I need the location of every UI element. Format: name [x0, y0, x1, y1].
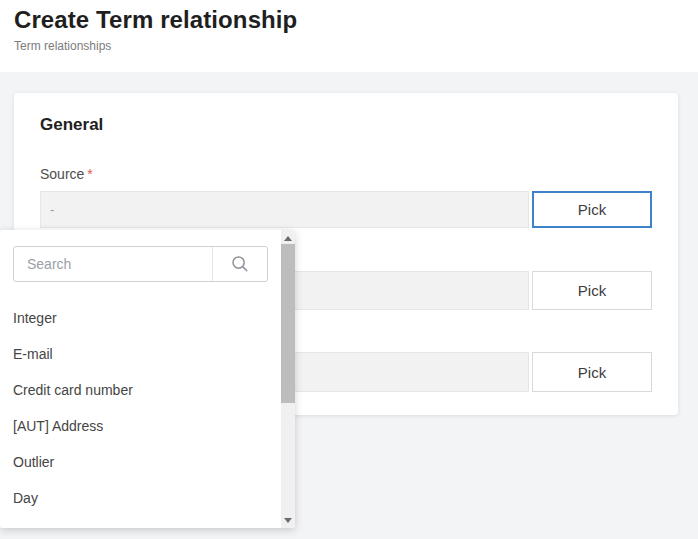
term-item-email[interactable]: E-mail — [0, 336, 281, 372]
term-item-credit-card[interactable]: Credit card number — [0, 372, 281, 408]
page-title: Create Term relationship — [14, 6, 297, 34]
term-list: Integer E-mail Credit card number [AUT] … — [0, 300, 281, 516]
pick-button-source[interactable]: Pick — [532, 191, 652, 228]
search-icon — [230, 254, 250, 274]
search-input[interactable] — [14, 247, 212, 281]
term-picker-dropdown: Integer E-mail Credit card number [AUT] … — [0, 230, 295, 528]
source-value-field: - — [40, 191, 529, 228]
scroll-down-button[interactable] — [281, 512, 295, 528]
term-item-aut-address[interactable]: [AUT] Address — [0, 408, 281, 444]
section-title: General — [40, 115, 103, 135]
required-asterisk: * — [87, 166, 92, 182]
triangle-down-icon — [284, 518, 292, 523]
source-label: Source* — [40, 166, 93, 182]
triangle-up-icon — [284, 236, 292, 241]
screen: Create Term relationship Term relationsh… — [0, 0, 698, 539]
scrollbar-thumb[interactable] — [281, 244, 295, 403]
search-button[interactable] — [212, 247, 267, 281]
search-group — [13, 246, 268, 282]
pick-button-3[interactable]: Pick — [532, 352, 652, 392]
source-label-text: Source — [40, 166, 84, 182]
breadcrumb[interactable]: Term relationships — [14, 39, 111, 53]
term-item-outlier[interactable]: Outlier — [0, 444, 281, 480]
source-value: - — [50, 202, 54, 217]
pick-button-2[interactable]: Pick — [532, 271, 652, 310]
scrollbar[interactable] — [281, 230, 295, 528]
term-item-day[interactable]: Day — [0, 480, 281, 516]
term-item-integer[interactable]: Integer — [0, 300, 281, 336]
